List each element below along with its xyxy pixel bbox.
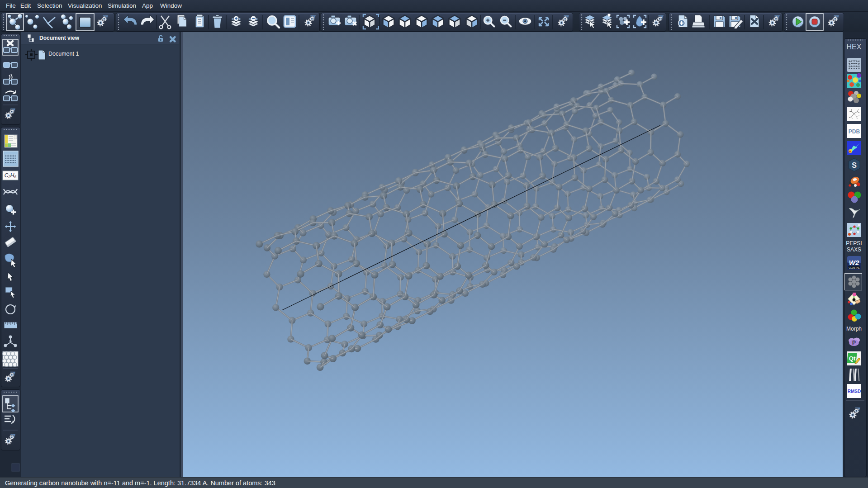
svg-text:W2: W2 xyxy=(849,259,859,266)
svg-text:P: P xyxy=(852,340,856,346)
svg-text:RMSD: RMSD xyxy=(848,389,861,394)
svg-text:S: S xyxy=(852,161,857,169)
svg-text:C₂H₆: C₂H₆ xyxy=(5,172,17,179)
svg-text:PDB: PDB xyxy=(849,128,860,135)
svg-text:Qt: Qt xyxy=(849,355,856,362)
svg-text:CLUSTAL: CLUSTAL xyxy=(849,266,859,269)
